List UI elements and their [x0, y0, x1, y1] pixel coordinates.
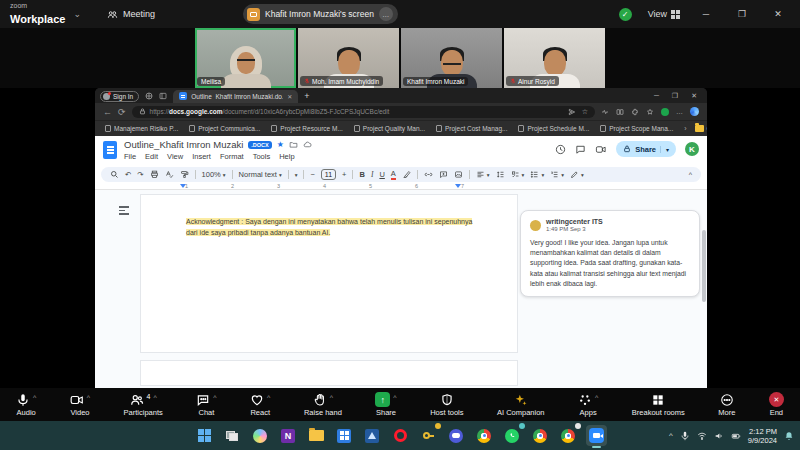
audio-menu-icon[interactable]: ^: [33, 394, 36, 401]
chat-button[interactable]: ^ Chat: [196, 392, 216, 417]
undo-icon[interactable]: ↶: [125, 170, 131, 179]
menu-format[interactable]: Format: [220, 152, 244, 161]
highlight-color-icon[interactable]: [402, 170, 411, 179]
browser-close-button[interactable]: ✕: [691, 92, 697, 100]
comments-icon[interactable]: [575, 144, 586, 155]
extensions-icon[interactable]: [631, 108, 639, 116]
notification-bell-icon[interactable]: [784, 431, 794, 441]
version-history-icon[interactable]: [555, 144, 566, 155]
document-title[interactable]: Outline_Khafit Imron Muzaki: [124, 139, 243, 150]
italic-button[interactable]: I: [371, 170, 374, 179]
close-button[interactable]: ✕: [768, 9, 788, 19]
end-meeting-button[interactable]: ✕ End: [769, 392, 784, 417]
other-favorites-button[interactable]: Other favorites: [695, 125, 707, 132]
apps-menu-icon[interactable]: ^: [595, 394, 598, 401]
opera-icon[interactable]: [390, 425, 411, 446]
font-size-decrease[interactable]: −: [310, 170, 314, 179]
participant-tile-imam[interactable]: Moh. Imam Muchyiddin: [298, 28, 399, 88]
video-menu-icon[interactable]: ^: [87, 394, 90, 401]
volume-icon[interactable]: [714, 431, 724, 441]
ai-companion-button[interactable]: AI Companion: [497, 392, 545, 417]
menu-edit[interactable]: Edit: [145, 152, 158, 161]
comment-card[interactable]: writingcenter ITS 1:49 PM Sep 3 Very goo…: [520, 210, 700, 297]
line-spacing-icon[interactable]: [496, 170, 505, 179]
menu-tools[interactable]: Tools: [253, 152, 271, 161]
menu-insert[interactable]: Insert: [192, 152, 211, 161]
menu-view[interactable]: View: [167, 152, 183, 161]
extension-green-icon[interactable]: [661, 108, 669, 116]
mail-app-icon[interactable]: [362, 425, 383, 446]
more-button[interactable]: More: [718, 392, 735, 417]
apps-button[interactable]: ^ Apps: [578, 392, 598, 417]
browser-maximize-button[interactable]: ❐: [672, 92, 678, 100]
move-folder-icon[interactable]: [289, 140, 298, 149]
browser-essentials-icon[interactable]: [601, 108, 609, 116]
tab-close-icon[interactable]: ✕: [287, 93, 292, 100]
share-pill-menu-icon[interactable]: …: [379, 7, 393, 21]
host-tools-button[interactable]: Host tools: [430, 392, 463, 417]
participant-tile-ainur[interactable]: Ainur Rosyid: [504, 28, 605, 88]
chrome-profile-2-icon[interactable]: [530, 425, 551, 446]
font-size-increase[interactable]: +: [342, 170, 346, 179]
collapse-toolbar-icon[interactable]: ^: [689, 171, 692, 178]
share-dropdown-icon[interactable]: ▾: [660, 146, 669, 153]
screen-share-pill[interactable]: Khafit Imron Muzaki's screen …: [243, 4, 398, 24]
left-indent-marker[interactable]: [180, 184, 186, 188]
chrome-profile-3-icon[interactable]: [558, 425, 579, 446]
view-button[interactable]: View: [648, 9, 680, 19]
participant-tile-khafit[interactable]: Khafit Imron Muzaki: [401, 28, 502, 88]
bold-button[interactable]: B: [359, 170, 364, 179]
styles-select[interactable]: Normal text▾: [239, 170, 282, 179]
bookmark-item[interactable]: Project Schedule M...: [518, 125, 589, 132]
participants-menu-icon[interactable]: ^: [153, 394, 156, 401]
bookmark-item[interactable]: Project Communica...: [189, 125, 260, 132]
browser-minimize-button[interactable]: ─: [654, 92, 659, 100]
onenote-icon[interactable]: N: [278, 425, 299, 446]
participant-tile-meilisa[interactable]: Meilisa: [195, 28, 296, 88]
cloud-status-icon[interactable]: [303, 140, 312, 149]
back-icon[interactable]: ←: [103, 107, 112, 117]
vertical-tabs-icon[interactable]: [159, 92, 167, 100]
share-screen-button[interactable]: ↑ ^ Share: [375, 392, 396, 417]
right-indent-marker[interactable]: [455, 184, 461, 188]
editing-mode-select[interactable]: ▾: [570, 170, 584, 179]
bookmark-item[interactable]: Project Resource M...: [271, 125, 343, 132]
underline-button[interactable]: U: [379, 170, 384, 179]
font-family-select[interactable]: ▾: [295, 172, 298, 178]
tray-mic-icon[interactable]: [680, 431, 690, 441]
share-page-icon[interactable]: [568, 108, 576, 116]
add-comment-icon[interactable]: [439, 170, 448, 179]
maximize-button[interactable]: ❐: [732, 9, 752, 19]
password-key-icon[interactable]: [418, 425, 439, 446]
battery-icon[interactable]: [731, 431, 741, 441]
insert-link-icon[interactable]: [424, 170, 433, 179]
chrome-icon[interactable]: [474, 425, 495, 446]
workplace-chevron-icon[interactable]: ⌄: [73, 9, 81, 19]
audio-button[interactable]: ^ Audio: [16, 392, 36, 417]
react-button[interactable]: ^ React: [250, 392, 270, 417]
site-lock-icon[interactable]: [139, 108, 146, 115]
minimize-button[interactable]: ─: [696, 9, 716, 19]
numbered-list-select[interactable]: ▾: [550, 170, 564, 179]
account-avatar[interactable]: K: [685, 142, 699, 156]
browser-settings-icon[interactable]: …: [676, 108, 683, 115]
google-docs-icon[interactable]: [103, 141, 117, 159]
share-button[interactable]: Share ▾: [616, 141, 676, 157]
bookmark-item[interactable]: Project Quality Man...: [354, 125, 425, 132]
participants-button[interactable]: 4 ^ Participants: [124, 392, 163, 417]
copilot-icon[interactable]: [250, 425, 271, 446]
print-icon[interactable]: [150, 170, 159, 179]
bookmarks-overflow-icon[interactable]: ›: [684, 125, 686, 132]
split-screen-icon[interactable]: [616, 108, 624, 116]
text-color-button[interactable]: A: [391, 170, 396, 180]
breakout-rooms-button[interactable]: Breakout rooms: [632, 392, 685, 417]
spellcheck-icon[interactable]: [165, 170, 174, 179]
windows-start-icon[interactable]: [194, 425, 215, 446]
discord-icon[interactable]: [446, 425, 467, 446]
new-tab-button[interactable]: +: [304, 91, 309, 101]
workspaces-icon[interactable]: [145, 92, 153, 100]
taskbar-clock[interactable]: 2:12 PM 9/9/2024: [748, 427, 777, 445]
menu-file[interactable]: File: [124, 152, 136, 161]
bookmark-item[interactable]: Project Cost Manag...: [436, 125, 508, 132]
menu-help[interactable]: Help: [279, 152, 294, 161]
